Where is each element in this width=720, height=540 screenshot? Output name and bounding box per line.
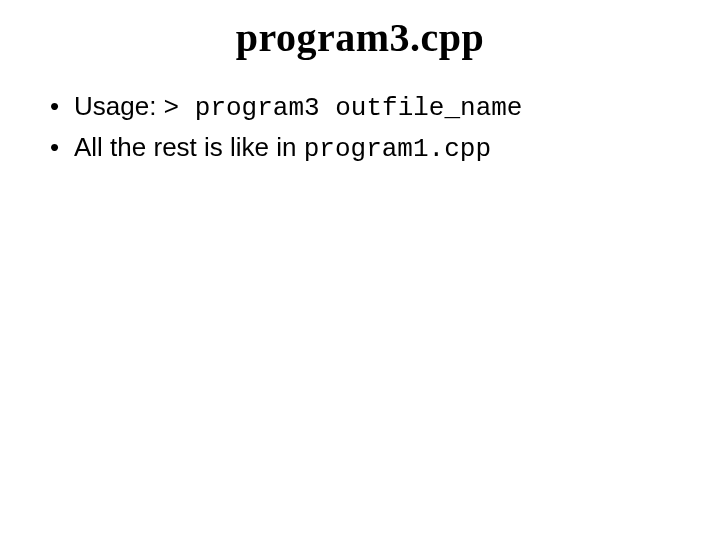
bullet-code: > program3 outfile_name xyxy=(164,93,523,123)
bullet-text-prefix: All the rest is like in xyxy=(74,132,304,162)
bullet-list: Usage: > program3 outfile_name All the r… xyxy=(50,89,690,167)
list-item: Usage: > program3 outfile_name xyxy=(50,89,690,126)
list-item: All the rest is like in program1.cpp xyxy=(50,130,690,167)
slide-title: program3.cpp xyxy=(0,0,720,61)
slide-content: Usage: > program3 outfile_name All the r… xyxy=(0,61,720,167)
bullet-text-prefix: Usage: xyxy=(74,91,164,121)
slide: program3.cpp Usage: > program3 outfile_n… xyxy=(0,0,720,540)
bullet-code: program1.cpp xyxy=(304,134,491,164)
